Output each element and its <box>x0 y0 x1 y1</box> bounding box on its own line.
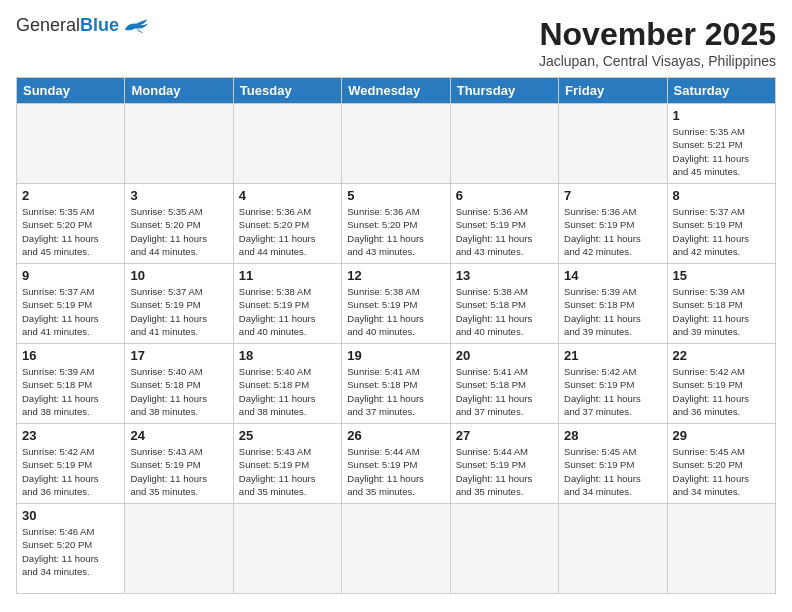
calendar-cell: 19Sunrise: 5:41 AM Sunset: 5:18 PM Dayli… <box>342 344 450 424</box>
day-info: Sunrise: 5:44 AM Sunset: 5:19 PM Dayligh… <box>347 445 444 498</box>
calendar-cell <box>342 504 450 594</box>
calendar-cell <box>125 104 233 184</box>
day-info: Sunrise: 5:37 AM Sunset: 5:19 PM Dayligh… <box>130 285 227 338</box>
day-info: Sunrise: 5:40 AM Sunset: 5:18 PM Dayligh… <box>239 365 336 418</box>
day-info: Sunrise: 5:35 AM Sunset: 5:20 PM Dayligh… <box>22 205 119 258</box>
logo-bird-icon <box>121 16 151 36</box>
calendar-cell <box>559 504 667 594</box>
day-info: Sunrise: 5:42 AM Sunset: 5:19 PM Dayligh… <box>564 365 661 418</box>
day-info: Sunrise: 5:35 AM Sunset: 5:20 PM Dayligh… <box>130 205 227 258</box>
calendar-cell: 14Sunrise: 5:39 AM Sunset: 5:18 PM Dayli… <box>559 264 667 344</box>
calendar-cell: 16Sunrise: 5:39 AM Sunset: 5:18 PM Dayli… <box>17 344 125 424</box>
calendar-cell <box>342 104 450 184</box>
calendar-table: SundayMondayTuesdayWednesdayThursdayFrid… <box>16 77 776 594</box>
day-info: Sunrise: 5:45 AM Sunset: 5:19 PM Dayligh… <box>564 445 661 498</box>
day-number: 30 <box>22 508 119 523</box>
week-row-5: 23Sunrise: 5:42 AM Sunset: 5:19 PM Dayli… <box>17 424 776 504</box>
day-number: 9 <box>22 268 119 283</box>
day-info: Sunrise: 5:42 AM Sunset: 5:19 PM Dayligh… <box>22 445 119 498</box>
day-info: Sunrise: 5:39 AM Sunset: 5:18 PM Dayligh… <box>22 365 119 418</box>
calendar-cell: 17Sunrise: 5:40 AM Sunset: 5:18 PM Dayli… <box>125 344 233 424</box>
calendar-cell: 11Sunrise: 5:38 AM Sunset: 5:19 PM Dayli… <box>233 264 341 344</box>
calendar-cell: 15Sunrise: 5:39 AM Sunset: 5:18 PM Dayli… <box>667 264 775 344</box>
day-number: 15 <box>673 268 770 283</box>
calendar-cell <box>559 104 667 184</box>
day-info: Sunrise: 5:46 AM Sunset: 5:20 PM Dayligh… <box>22 525 119 578</box>
calendar-cell: 6Sunrise: 5:36 AM Sunset: 5:19 PM Daylig… <box>450 184 558 264</box>
calendar-cell: 10Sunrise: 5:37 AM Sunset: 5:19 PM Dayli… <box>125 264 233 344</box>
calendar-cell: 12Sunrise: 5:38 AM Sunset: 5:19 PM Dayli… <box>342 264 450 344</box>
day-info: Sunrise: 5:41 AM Sunset: 5:18 PM Dayligh… <box>347 365 444 418</box>
calendar-cell: 26Sunrise: 5:44 AM Sunset: 5:19 PM Dayli… <box>342 424 450 504</box>
calendar-cell: 27Sunrise: 5:44 AM Sunset: 5:19 PM Dayli… <box>450 424 558 504</box>
day-number: 11 <box>239 268 336 283</box>
logo-general: General <box>16 15 80 35</box>
calendar-cell: 2Sunrise: 5:35 AM Sunset: 5:20 PM Daylig… <box>17 184 125 264</box>
day-number: 29 <box>673 428 770 443</box>
day-number: 21 <box>564 348 661 363</box>
day-info: Sunrise: 5:36 AM Sunset: 5:20 PM Dayligh… <box>347 205 444 258</box>
calendar-cell: 7Sunrise: 5:36 AM Sunset: 5:19 PM Daylig… <box>559 184 667 264</box>
day-number: 20 <box>456 348 553 363</box>
calendar-cell: 30Sunrise: 5:46 AM Sunset: 5:20 PM Dayli… <box>17 504 125 594</box>
calendar-cell: 9Sunrise: 5:37 AM Sunset: 5:19 PM Daylig… <box>17 264 125 344</box>
calendar-cell <box>233 104 341 184</box>
day-info: Sunrise: 5:40 AM Sunset: 5:18 PM Dayligh… <box>130 365 227 418</box>
day-number: 4 <box>239 188 336 203</box>
day-info: Sunrise: 5:39 AM Sunset: 5:18 PM Dayligh… <box>673 285 770 338</box>
day-info: Sunrise: 5:37 AM Sunset: 5:19 PM Dayligh… <box>22 285 119 338</box>
calendar-cell: 1Sunrise: 5:35 AM Sunset: 5:21 PM Daylig… <box>667 104 775 184</box>
logo: GeneralBlue <box>16 16 151 36</box>
week-row-6: 30Sunrise: 5:46 AM Sunset: 5:20 PM Dayli… <box>17 504 776 594</box>
day-info: Sunrise: 5:43 AM Sunset: 5:19 PM Dayligh… <box>239 445 336 498</box>
calendar-cell <box>233 504 341 594</box>
day-header-thursday: Thursday <box>450 78 558 104</box>
day-header-saturday: Saturday <box>667 78 775 104</box>
day-header-wednesday: Wednesday <box>342 78 450 104</box>
day-number: 27 <box>456 428 553 443</box>
day-number: 7 <box>564 188 661 203</box>
day-info: Sunrise: 5:39 AM Sunset: 5:18 PM Dayligh… <box>564 285 661 338</box>
day-info: Sunrise: 5:45 AM Sunset: 5:20 PM Dayligh… <box>673 445 770 498</box>
page-header: GeneralBlue November 2025 Jaclupan, Cent… <box>16 16 776 69</box>
day-number: 6 <box>456 188 553 203</box>
day-info: Sunrise: 5:41 AM Sunset: 5:18 PM Dayligh… <box>456 365 553 418</box>
calendar-cell: 20Sunrise: 5:41 AM Sunset: 5:18 PM Dayli… <box>450 344 558 424</box>
day-info: Sunrise: 5:36 AM Sunset: 5:19 PM Dayligh… <box>564 205 661 258</box>
location-title: Jaclupan, Central Visayas, Philippines <box>539 53 776 69</box>
calendar-cell: 25Sunrise: 5:43 AM Sunset: 5:19 PM Dayli… <box>233 424 341 504</box>
day-info: Sunrise: 5:38 AM Sunset: 5:18 PM Dayligh… <box>456 285 553 338</box>
day-number: 16 <box>22 348 119 363</box>
calendar-cell: 13Sunrise: 5:38 AM Sunset: 5:18 PM Dayli… <box>450 264 558 344</box>
day-number: 25 <box>239 428 336 443</box>
day-number: 23 <box>22 428 119 443</box>
day-number: 19 <box>347 348 444 363</box>
week-row-3: 9Sunrise: 5:37 AM Sunset: 5:19 PM Daylig… <box>17 264 776 344</box>
calendar-cell <box>125 504 233 594</box>
day-number: 3 <box>130 188 227 203</box>
calendar-cell <box>450 504 558 594</box>
calendar-cell <box>450 104 558 184</box>
calendar-cell: 29Sunrise: 5:45 AM Sunset: 5:20 PM Dayli… <box>667 424 775 504</box>
calendar-cell: 28Sunrise: 5:45 AM Sunset: 5:19 PM Dayli… <box>559 424 667 504</box>
calendar-cell: 21Sunrise: 5:42 AM Sunset: 5:19 PM Dayli… <box>559 344 667 424</box>
day-number: 18 <box>239 348 336 363</box>
day-number: 24 <box>130 428 227 443</box>
day-number: 12 <box>347 268 444 283</box>
calendar-header-row: SundayMondayTuesdayWednesdayThursdayFrid… <box>17 78 776 104</box>
week-row-1: 1Sunrise: 5:35 AM Sunset: 5:21 PM Daylig… <box>17 104 776 184</box>
day-number: 22 <box>673 348 770 363</box>
calendar-cell: 24Sunrise: 5:43 AM Sunset: 5:19 PM Dayli… <box>125 424 233 504</box>
day-info: Sunrise: 5:43 AM Sunset: 5:19 PM Dayligh… <box>130 445 227 498</box>
day-number: 26 <box>347 428 444 443</box>
day-number: 28 <box>564 428 661 443</box>
calendar-cell: 22Sunrise: 5:42 AM Sunset: 5:19 PM Dayli… <box>667 344 775 424</box>
day-info: Sunrise: 5:35 AM Sunset: 5:21 PM Dayligh… <box>673 125 770 178</box>
day-number: 10 <box>130 268 227 283</box>
day-info: Sunrise: 5:36 AM Sunset: 5:19 PM Dayligh… <box>456 205 553 258</box>
day-info: Sunrise: 5:38 AM Sunset: 5:19 PM Dayligh… <box>239 285 336 338</box>
week-row-4: 16Sunrise: 5:39 AM Sunset: 5:18 PM Dayli… <box>17 344 776 424</box>
calendar-cell <box>17 104 125 184</box>
day-info: Sunrise: 5:44 AM Sunset: 5:19 PM Dayligh… <box>456 445 553 498</box>
day-number: 14 <box>564 268 661 283</box>
